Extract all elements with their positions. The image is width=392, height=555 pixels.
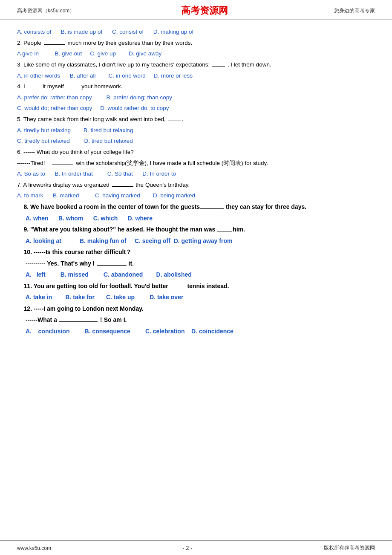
header-center: 高考资源网: [181, 4, 228, 17]
q8-opt-d: D. where: [128, 215, 153, 222]
q8-text: 8. We have booked a room in the center o…: [17, 202, 375, 212]
q7-options: A. to mark B. marked C. having marked D.…: [17, 191, 375, 201]
q1-opt-d: D. making up of: [153, 29, 194, 35]
q10-text: 10. ------Is this course rather difficul…: [17, 247, 375, 257]
q9-opt-d: D. getting away from: [174, 237, 233, 244]
q9-opt-b: B. making fun of: [80, 237, 127, 244]
q6-opt-d: D. In order to: [142, 171, 176, 177]
q6-options: A. So as to B. In order that C. So that …: [17, 169, 375, 179]
q3-options: A. in other words B. after all C. in one…: [17, 71, 375, 81]
footer-center: - 2 -: [182, 545, 192, 551]
q5-opt-b: B. tired but relaxing: [84, 127, 133, 133]
q12-opt-c: C. celebration: [145, 328, 185, 335]
q3-opt-b: B. after all: [70, 72, 96, 79]
q9-text: 9. "What are you talking about?" he aske…: [17, 224, 375, 235]
q4-opt-ab: A. prefer do; rather than copy B. prefer…: [17, 92, 375, 103]
q1-opt-c: C. consist of: [112, 29, 144, 35]
q4-opt-c: C. would do; rather than copy: [17, 105, 92, 111]
content-area: A. consists of B. is made up of C. consi…: [0, 20, 392, 541]
q10-opt-a: A. left: [26, 271, 46, 278]
q7-opt-a: A. to mark: [17, 192, 43, 199]
q12-opt-d: D. coincidence: [191, 328, 233, 335]
q11-opt-b: B. take for: [65, 294, 94, 301]
q8-options: A. when B. whom C. which D. where: [17, 213, 375, 224]
q12-opt-b: B. consequence: [84, 328, 130, 335]
q11-opt-c: C. take up: [106, 294, 135, 301]
q1-options: A. consists of B. is made up of C. consi…: [17, 27, 375, 37]
q3-opt-a: A. in other words: [17, 72, 60, 79]
q3-text: 3. Like some of my classmates, I didn't …: [17, 60, 375, 70]
q1-opt-b: B. is made up of: [61, 29, 103, 35]
q4-opt-b: B. prefer doing; than copy: [106, 94, 172, 101]
header-left: 高考资源网（ks5u.com）: [17, 7, 75, 14]
q5-text: 5. They came back from their long walk a…: [17, 114, 375, 124]
q11-options: A. take in B. take for C. take up D. tak…: [17, 292, 375, 303]
q12-dialog: ------What a ！So am I.: [17, 315, 375, 325]
q5-opt-d: D. tired but relaxed: [84, 138, 133, 144]
q12-text: 12. -----I am going to London next Monda…: [17, 304, 375, 314]
q9-opt-c: C. seeing off: [135, 237, 170, 244]
q6-opt-b: B. In order that: [55, 171, 93, 177]
q7-opt-b: B. marked: [53, 192, 79, 199]
q11-opt-d: D. take over: [150, 294, 183, 301]
q9-options: A. looking at B. making fun of C. seeing…: [17, 236, 375, 246]
q2-options: A give in B. give out C. give up D. give…: [17, 49, 375, 59]
q8-opt-c: C. which: [93, 215, 118, 222]
q10-dialog: ---------- Yes. That's why I it.: [17, 258, 375, 269]
q3-opt-c: C. in one word: [109, 72, 146, 79]
q5-opt-c: C. tiredly but relaxed: [17, 138, 70, 144]
footer-left: www.ks5u.com: [17, 545, 51, 551]
q6-dialog: -------Tired! win the scholarship(奖学金), …: [17, 158, 375, 168]
q10-options: A. left B. missed C. abandoned D. abolis…: [17, 269, 375, 280]
header-right: 您身边的高考专家: [334, 7, 375, 14]
q10-opt-c: C. abandoned: [104, 271, 143, 278]
header: 高考资源网（ks5u.com） 高考资源网 您身边的高考专家: [0, 0, 392, 20]
q10-opt-d: D. abolished: [156, 271, 192, 278]
q6-text: 6. ------ What do you think of your coll…: [17, 147, 375, 157]
q12-opt-a: A. conclusion: [26, 328, 69, 335]
q5-opt-cd: C. tiredly but relaxed D. tired but rela…: [17, 136, 375, 146]
q4-text: 4. I it myself your homework.: [17, 81, 375, 92]
q7-opt-c: C. having marked: [95, 192, 140, 199]
q5-opt-a: A. tiredly but relaxing: [17, 127, 71, 133]
q4-opt-a: A. prefer do; rather than copy: [17, 94, 92, 101]
q7-opt-d: D. being marked: [153, 192, 195, 199]
q12-options: A. conclusion B. consequence C. celebrat…: [17, 326, 375, 337]
footer: www.ks5u.com - 2 - 版权所有@高考资源网: [0, 541, 392, 555]
q6-opt-a: A. So as to: [17, 171, 45, 177]
q7-text: 7. A fireworks display was organized the…: [17, 180, 375, 190]
q10-opt-b: B. missed: [61, 271, 89, 278]
q2-text: 2. People much more by their gestures th…: [17, 38, 375, 48]
q11-opt-a: A. take in: [26, 294, 52, 301]
q2-opt-b: B. give out: [55, 50, 82, 57]
q4-opt-cd: C. would do; rather than copy D. would r…: [17, 103, 375, 113]
q2-opt-c: C. give up: [90, 50, 116, 57]
q8-opt-a: A. when: [26, 215, 49, 222]
q11-text: 11. You are getting too old for football…: [17, 281, 375, 292]
q8-opt-b: B. whom: [58, 215, 83, 222]
q2-opt-a: A give in: [17, 50, 39, 57]
q1-opt-a: A. consists of: [17, 29, 51, 35]
q4-opt-d: D. would rather do; to copy: [100, 105, 169, 111]
q5-opt-ab: A. tiredly but relaxing B. tired but rel…: [17, 125, 375, 136]
footer-right: 版权所有@高考资源网: [324, 544, 375, 552]
q2-opt-d: D. give away: [129, 50, 161, 57]
q9-opt-a: A. looking at: [26, 237, 61, 244]
q3-opt-d: D. more or less: [153, 72, 193, 79]
page: 高考资源网（ks5u.com） 高考资源网 您身边的高考专家 A. consis…: [0, 0, 392, 555]
q6-opt-c: C. So that: [107, 171, 133, 177]
